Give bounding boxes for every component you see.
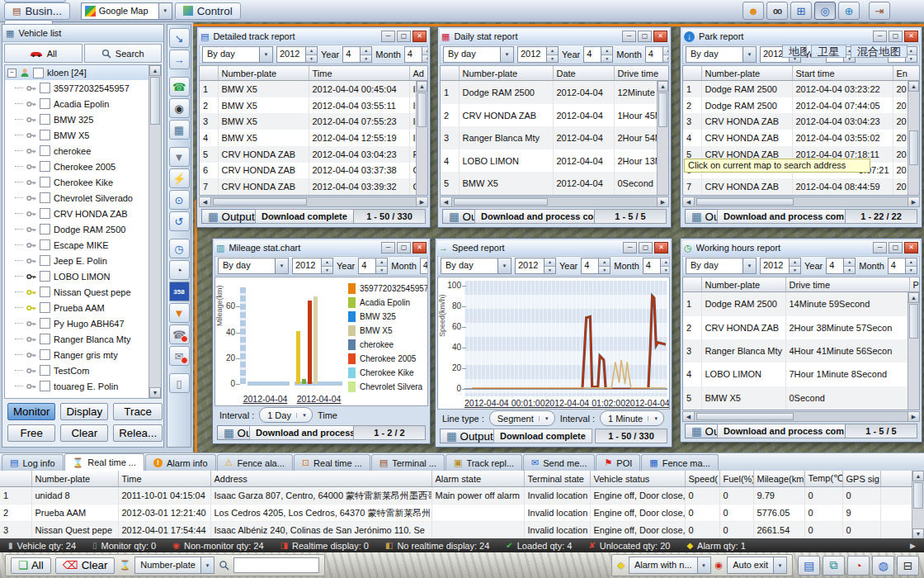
info-tab[interactable]: ▣ Track repl...	[446, 454, 522, 471]
info-tab[interactable]: ▤ Log info	[2, 454, 64, 471]
table-row[interactable]: 2 Dodge RAM 2500 2012-04-04 07:44:05 20	[683, 97, 920, 114]
vehicle-checkbox[interactable]	[40, 287, 50, 297]
vehicle-tree-item[interactable]: Ranger Blanca Mty	[5, 331, 149, 347]
table-row[interactable]: 3 Ranger Blanca Mty 2012-04-04 2Hour 54M…	[441, 126, 669, 149]
table-row[interactable]: 7 CRV HONDA ZAB 2012-04-04 08:44:59 20	[683, 178, 920, 195]
toolbar-icon-button[interactable]: ▤	[798, 556, 820, 576]
vehicle-checkbox[interactable]	[40, 114, 50, 125]
window-titlebar[interactable]: ◷ Working hours report	[682, 240, 920, 255]
command-button[interactable]: ▯	[169, 373, 190, 393]
info-tab[interactable]: ▤ Terminal ...	[371, 454, 445, 471]
scroll-up-icon[interactable]: ▲	[149, 65, 161, 76]
map-type-button[interactable]: 卫星	[811, 45, 846, 58]
column-header[interactable]: Terminal state	[524, 471, 590, 487]
close-button[interactable]	[412, 31, 427, 42]
vehicle-tree-item[interactable]: TestCom	[5, 362, 149, 378]
vehicle-action-button[interactable]: Relea...	[113, 424, 163, 442]
day-spinner[interactable]: 4▲▼	[888, 258, 917, 274]
column-header[interactable]: Start time	[792, 66, 893, 81]
toolbar-icon-button[interactable]: ⊟	[897, 556, 919, 576]
column-header[interactable]: Pa	[909, 277, 920, 292]
vehicle-action-button[interactable]: Trace	[113, 403, 163, 420]
vehicle-checkbox[interactable]	[40, 145, 50, 156]
tree-root-group[interactable]: kloen [24]	[5, 65, 149, 80]
chevron-down-icon[interactable]: ▼	[539, 416, 554, 421]
year-spinner[interactable]: 2012▲▼	[515, 258, 556, 274]
toolbar-icon-button[interactable]: ⧉	[823, 556, 845, 576]
period-dropdown[interactable]: By day	[686, 46, 757, 63]
toolbar-icon-button[interactable]: ◔	[847, 556, 870, 576]
year-spinner[interactable]: 2012▲▼	[517, 46, 559, 63]
collapse-icon[interactable]	[7, 69, 16, 78]
vehicle-tree-item[interactable]: cherokee	[5, 143, 149, 159]
date-link[interactable]: 2012-04-04	[243, 394, 288, 404]
chevron-down-icon[interactable]: ▼	[296, 413, 312, 418]
table-row[interactable]: 7 CRV HONDA ZAB 2012-04-04 03:39:32 Ch	[200, 178, 428, 195]
command-button[interactable]: ◉	[169, 98, 190, 118]
vehicle-tree-item[interactable]: Ranger gris mty	[5, 347, 149, 362]
table-row[interactable]: 2 CRV HONDA ZAB 2012-04-04 1Hour 45Minut…	[441, 104, 669, 127]
column-header[interactable]: Vehicle status	[590, 471, 685, 487]
command-button[interactable]: ▼	[169, 147, 190, 167]
chevron-down-icon[interactable]	[742, 258, 756, 273]
vehicle-tree-item[interactable]: 359772032545957	[5, 80, 149, 96]
scroll-thumb[interactable]	[150, 77, 160, 125]
system-button[interactable]: ☻	[742, 2, 764, 20]
minimize-button[interactable]	[622, 31, 636, 42]
all-button[interactable]: ❏All	[11, 557, 51, 574]
control-button[interactable]: Control	[175, 2, 241, 20]
info-tab[interactable]: ⚑ POI	[596, 454, 640, 471]
vehicle-checkbox[interactable]	[40, 365, 50, 376]
maximize-button[interactable]	[397, 31, 411, 42]
table-row[interactable]: 3 BMW X5 2012-04-04 07:55:23 Inv	[200, 113, 428, 130]
column-header[interactable]: Speed(	[685, 471, 719, 487]
table-row[interactable]: 2 CRV HONDA ZAB 2Hour 38Minute 57Secon 5…	[683, 316, 920, 339]
vehicle-tree-item[interactable]: touareg E. Polin	[5, 378, 149, 394]
period-dropdown[interactable]: By day	[686, 258, 757, 274]
table-row[interactable]: 5 BMW X5 2012-04-04 0Second	[441, 172, 669, 195]
maximize-button[interactable]	[638, 31, 652, 42]
system-button[interactable]: ⇥	[869, 2, 890, 20]
vehicle-checkbox[interactable]	[40, 271, 50, 282]
chevron-down-icon[interactable]	[259, 47, 272, 62]
month-spinner[interactable]: 4▲▼	[342, 46, 372, 63]
toolbar-icon-button[interactable]: ◍	[872, 556, 894, 576]
period-dropdown[interactable]: By day	[441, 258, 512, 274]
command-button[interactable]: →	[169, 50, 190, 69]
minimize-button[interactable]	[381, 31, 395, 42]
system-button[interactable]: ◎	[814, 2, 836, 20]
window-titlebar[interactable]: ↓ Park report	[682, 29, 920, 44]
command-button[interactable]: ✉	[169, 346, 190, 366]
table-row[interactable]: 1 Dodge RAM 2500 2012-04-04 12Minute 56S…	[441, 81, 669, 104]
chevron-down-icon[interactable]	[200, 557, 214, 573]
vehicle-action-button[interactable]: Clear	[60, 424, 108, 442]
column-header[interactable]: Number-plate	[701, 277, 785, 292]
vehicle-tree-item[interactable]: Cherokee 2005	[5, 159, 149, 174]
vehicle-checkbox[interactable]	[40, 302, 50, 313]
vehicle-tree-item[interactable]: Jeep E. Polin	[5, 253, 149, 268]
table-row[interactable]: 5 BMW X5 0Second 12	[683, 386, 920, 410]
table-row[interactable]: 5 CRV HONDA ZAB 2012-04-04 03:04:23 Pe	[200, 146, 428, 163]
chevron-down-icon[interactable]	[742, 47, 756, 62]
table-row[interactable]: 1 unidad 8 2011-10-01 04:15:04 Isaac Gar…	[0, 487, 912, 505]
table-row[interactable]: 6 CRV HONDA ZAB 2012-04-04 03:37:38 Ch	[200, 163, 428, 179]
window-titlebar[interactable]: ▦ Daily stat report	[440, 29, 669, 44]
alarm-filter-dropdown[interactable]: Alarm with n...	[629, 557, 711, 574]
interval-dropdown[interactable]: 1 Day▼	[259, 407, 313, 423]
map-type-button[interactable]: 地图	[782, 45, 807, 58]
table-row[interactable]: 1 Dodge RAM 2500 2012-04-04 03:23:22 20	[683, 81, 920, 97]
command-button[interactable]: ↘	[169, 28, 190, 48]
output-button[interactable]: ▦Output	[201, 209, 262, 224]
column-header[interactable]: Address	[210, 471, 431, 487]
info-tab[interactable]: ▦ Fence ma...	[641, 454, 718, 471]
chevron-down-icon[interactable]	[275, 258, 288, 273]
time-link[interactable]: 2012-04-04 00:01:00	[464, 398, 545, 408]
maximize-button[interactable]	[889, 31, 903, 42]
year-spinner[interactable]: 2012▲▼	[760, 258, 801, 274]
minimize-button[interactable]	[873, 31, 887, 42]
column-header[interactable]: GPS sig	[842, 471, 880, 487]
minimize-button[interactable]	[623, 242, 637, 253]
minimize-button[interactable]	[873, 242, 887, 253]
minimize-button[interactable]	[381, 242, 395, 253]
column-header[interactable]: Time	[309, 66, 409, 81]
